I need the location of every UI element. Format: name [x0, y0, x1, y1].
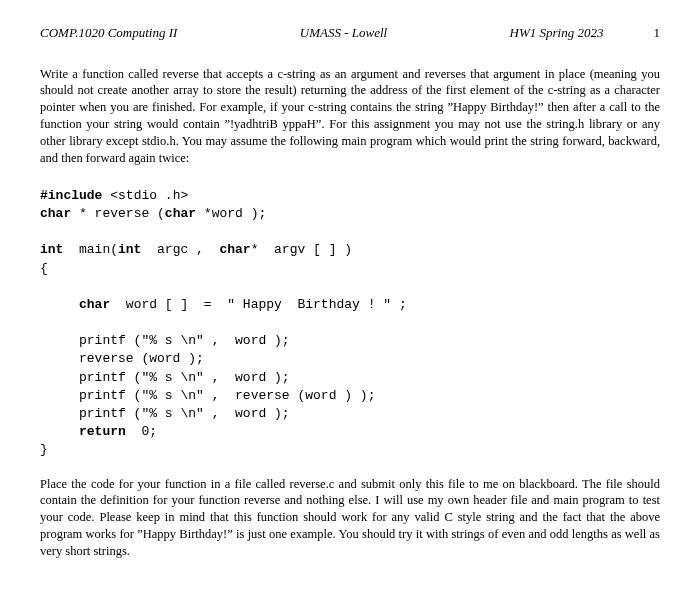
- page-header: COMP.1020 Computing II UMASS - Lowell HW…: [40, 24, 660, 42]
- code-keyword: int: [40, 242, 63, 257]
- code-listing: #include <stdio .h> char * reverse (char…: [40, 187, 660, 460]
- code-keyword: char: [219, 242, 250, 257]
- code-text: <stdio .h>: [102, 188, 188, 203]
- code-keyword: int: [118, 242, 141, 257]
- code-keyword: char: [165, 206, 196, 221]
- assignment-info: HW1 Spring 2023: [510, 24, 604, 42]
- code-text: printf ("% s \n" , word );: [40, 406, 290, 421]
- code-text: printf ("% s \n" , word );: [40, 370, 290, 385]
- code-text: *word );: [196, 206, 266, 221]
- submission-instructions: Place the code for your function in a fi…: [40, 476, 660, 560]
- code-keyword: return: [79, 424, 126, 439]
- code-keyword: char: [40, 206, 71, 221]
- course-title: COMP.1020 Computing II: [40, 24, 177, 42]
- assignment-info-wrap: HW1 Spring 2023 1: [510, 24, 660, 42]
- code-text: printf ("% s \n" , reverse (word ) );: [40, 388, 375, 403]
- problem-description: Write a function called reverse that acc…: [40, 66, 660, 167]
- code-text: reverse (word );: [40, 351, 204, 366]
- code-text: printf ("% s \n" , word );: [40, 333, 290, 348]
- code-text: 0;: [126, 424, 157, 439]
- page-number: 1: [653, 24, 660, 42]
- code-text: }: [40, 442, 48, 457]
- institution: UMASS - Lowell: [300, 24, 387, 42]
- code-text: word [ ] = " Happy Birthday ! " ;: [110, 297, 406, 312]
- code-text: main(: [63, 242, 118, 257]
- code-text: * argv [ ] ): [251, 242, 352, 257]
- code-text: * reverse (: [71, 206, 165, 221]
- code-keyword: char: [79, 297, 110, 312]
- code-text: {: [40, 261, 48, 276]
- code-keyword: #include: [40, 188, 102, 203]
- code-text: argc ,: [141, 242, 219, 257]
